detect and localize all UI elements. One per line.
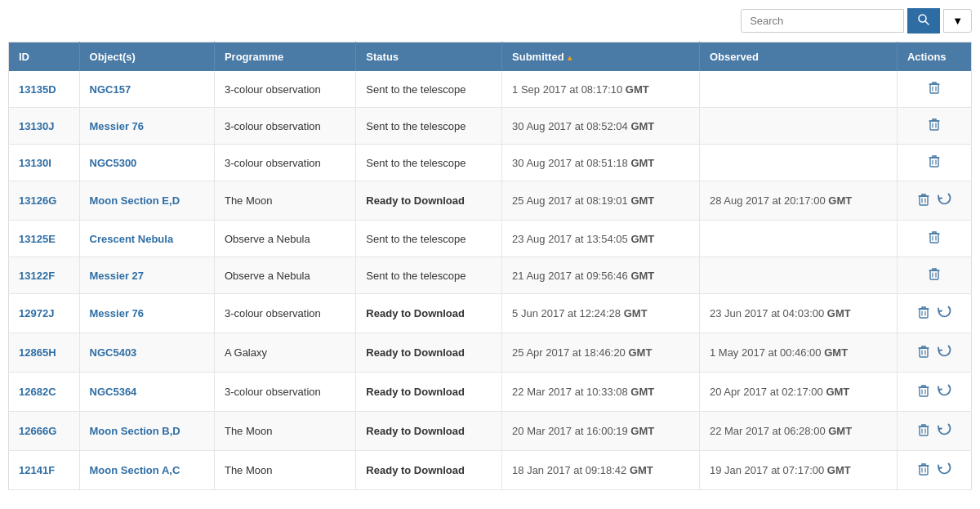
table-row: 13130JMessier 763-colour observationSent… — [9, 108, 972, 145]
trash-icon — [927, 266, 942, 281]
cell-actions — [897, 221, 971, 257]
observations-table: ID Object(s) Programme Status Submitted▲… — [8, 42, 972, 490]
refresh-icon — [936, 382, 952, 398]
cell-status: Ready to Download — [356, 412, 502, 451]
search-icon — [918, 14, 929, 25]
cell-actions — [897, 257, 971, 294]
refresh-icon — [936, 342, 952, 359]
trash-icon — [916, 462, 931, 476]
cell-status: Sent to the telescope — [356, 71, 502, 108]
cell-id: 12682C — [9, 373, 80, 412]
delete-button[interactable] — [914, 190, 933, 212]
cell-object: Crescent Nebula — [79, 221, 214, 257]
cell-actions — [897, 108, 971, 145]
cell-actions — [897, 451, 971, 490]
cell-object: NGC5300 — [79, 145, 214, 181]
delete-button[interactable] — [924, 228, 944, 249]
table-header-row: ID Object(s) Programme Status Submitted▲… — [9, 42, 972, 72]
table-row: 13135DNGC1573-colour observationSent to … — [9, 71, 972, 108]
cell-observed: 22 Mar 2017 at 06:28:00 GMT — [699, 412, 897, 451]
trash-icon — [916, 305, 931, 319]
col-header-actions: Actions — [897, 42, 971, 72]
trash-icon — [916, 383, 931, 398]
table-row: 12141FMoon Section A,CThe MoonReady to D… — [9, 451, 972, 490]
cell-submitted: 30 Aug 2017 at 08:52:04 GMT — [502, 108, 700, 145]
refresh-button[interactable] — [933, 301, 955, 325]
delete-button[interactable] — [914, 382, 933, 403]
delete-button[interactable] — [914, 303, 933, 324]
refresh-button[interactable] — [933, 380, 955, 404]
svg-rect-65 — [920, 426, 928, 435]
trash-icon — [916, 344, 931, 359]
cell-observed: 20 Apr 2017 at 02:17:00 GMT — [699, 373, 897, 412]
dropdown-button[interactable]: ▼ — [943, 9, 972, 33]
delete-button[interactable] — [924, 115, 944, 136]
cell-submitted: 5 Jun 2017 at 12:24:28 GMT — [502, 294, 700, 333]
cell-programme: A Galaxy — [214, 333, 355, 373]
cell-programme: 3-colour observation — [214, 373, 355, 412]
svg-rect-72 — [920, 466, 928, 475]
refresh-button[interactable] — [933, 341, 955, 364]
svg-rect-44 — [920, 309, 928, 318]
search-bar: ▼ — [8, 8, 972, 33]
cell-programme: Observe a Nebula — [214, 257, 355, 294]
table-row: 13126GMoon Section E,DThe MoonReady to D… — [9, 181, 972, 221]
cell-submitted: 22 Mar 2017 at 10:33:08 GMT — [502, 373, 700, 412]
col-header-programme: Programme — [214, 42, 355, 72]
svg-rect-16 — [930, 158, 938, 167]
cell-id: 13126G — [9, 181, 80, 221]
cell-object: Moon Section A,C — [79, 451, 214, 490]
cell-programme: 3-colour observation — [214, 71, 355, 108]
refresh-icon — [936, 303, 952, 319]
cell-programme: The Moon — [214, 412, 355, 451]
table-row: 13130INGC53003-colour observationSent to… — [9, 145, 972, 181]
cell-programme: 3-colour observation — [214, 145, 355, 181]
cell-status: Ready to Download — [356, 294, 502, 333]
trash-icon — [927, 154, 942, 168]
cell-status: Sent to the telescope — [356, 257, 502, 294]
col-header-observed: Observed — [699, 42, 897, 72]
cell-id: 12972J — [9, 294, 80, 333]
cell-submitted: 30 Aug 2017 at 08:51:18 GMT — [502, 145, 700, 181]
cell-observed — [699, 71, 897, 108]
delete-button[interactable] — [924, 152, 944, 173]
refresh-button[interactable] — [933, 419, 955, 443]
cell-status: Sent to the telescope — [356, 145, 502, 181]
chevron-down-icon: ▼ — [952, 15, 963, 27]
search-input[interactable] — [741, 9, 904, 33]
refresh-button[interactable] — [933, 458, 955, 482]
delete-button[interactable] — [914, 342, 933, 364]
cell-actions — [897, 333, 971, 373]
cell-id: 12865H — [9, 333, 80, 373]
refresh-button[interactable] — [933, 189, 955, 212]
col-header-submitted[interactable]: Submitted▲ — [502, 42, 700, 72]
cell-actions — [897, 412, 971, 451]
trash-icon — [927, 117, 942, 132]
cell-id: 13122F — [9, 257, 80, 294]
cell-submitted: 1 Sep 2017 at 08:17:10 GMT — [502, 71, 700, 108]
cell-object: Messier 27 — [79, 257, 214, 294]
cell-id: 13135D — [9, 71, 80, 108]
search-button[interactable] — [907, 8, 940, 33]
cell-actions — [897, 373, 971, 412]
svg-rect-37 — [930, 270, 938, 279]
cell-actions — [897, 181, 971, 221]
cell-observed: 28 Aug 2017 at 20:17:00 GMT — [699, 181, 897, 221]
table-row: 12666GMoon Section B,DThe MoonReady to D… — [9, 412, 972, 451]
cell-observed: 1 May 2017 at 00:46:00 GMT — [699, 333, 897, 373]
table-row: 12682CNGC53643-colour observationReady t… — [9, 373, 972, 412]
delete-button[interactable] — [914, 421, 933, 442]
delete-button[interactable] — [924, 265, 944, 286]
table-row: 12865HNGC5403A GalaxyReady to Download25… — [9, 333, 972, 373]
delete-button[interactable] — [924, 78, 944, 100]
cell-observed — [699, 221, 897, 257]
cell-actions — [897, 294, 971, 333]
cell-observed — [699, 257, 897, 294]
cell-object: Messier 76 — [79, 294, 214, 333]
cell-submitted: 23 Aug 2017 at 13:54:05 GMT — [502, 221, 700, 257]
svg-rect-23 — [920, 196, 928, 205]
cell-status: Sent to the telescope — [356, 221, 502, 257]
cell-id: 12141F — [9, 451, 80, 490]
delete-button[interactable] — [914, 460, 933, 481]
cell-status: Ready to Download — [356, 373, 502, 412]
